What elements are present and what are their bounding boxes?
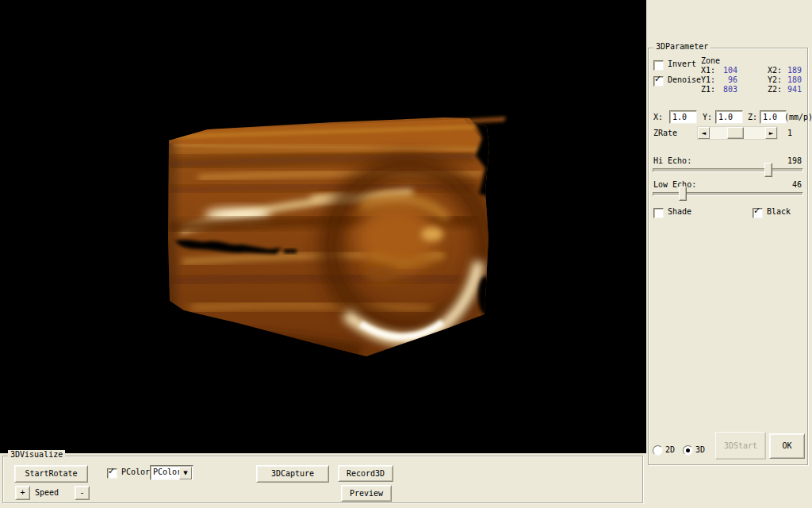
scale-z-input[interactable]: 1.0 xyxy=(760,110,787,124)
parameter-panel: 3DParameter ✓ Invert ✓ Denoise Zone X1: … xyxy=(646,0,812,508)
ok-button[interactable]: OK xyxy=(769,433,805,459)
scale-z-value: 1.0 xyxy=(763,113,777,122)
scroll-right-icon[interactable]: ► xyxy=(765,127,777,139)
record3d-button[interactable]: Record3D xyxy=(338,465,393,482)
check-icon: ✓ xyxy=(753,206,760,216)
shade-checkbox[interactable]: ✓ xyxy=(653,208,664,218)
dropdown-arrow-icon[interactable]: ▼ xyxy=(179,467,192,479)
volume-render-3d[interactable] xyxy=(0,0,646,453)
visualize-groupbox-title: 3DVisualize xyxy=(8,450,65,460)
mode-2d-radio[interactable] xyxy=(653,445,663,456)
parameter-groupbox-title: 3DParameter xyxy=(653,42,710,52)
low-echo-slider-track[interactable] xyxy=(653,192,803,196)
start3d-button[interactable]: 3DStart xyxy=(715,432,766,460)
zrate-scrollbar[interactable]: ◄ ► xyxy=(697,126,778,140)
capture3d-button[interactable]: 3DCapture xyxy=(256,465,329,483)
invert-label: Invert xyxy=(668,60,696,69)
zone-y1-value: 96 xyxy=(710,75,737,85)
scroll-left-glyph: ◄ xyxy=(702,129,706,138)
hi-echo-label: Hi Echo: xyxy=(653,156,691,166)
hi-echo-value: 198 xyxy=(775,156,802,166)
pcolor-label: PColor xyxy=(121,468,150,477)
pcolor-dropdown[interactable]: PColor ▼ xyxy=(150,465,193,480)
start-rotate-button[interactable]: StartRotate xyxy=(14,465,88,483)
scale-y-value: 1.0 xyxy=(718,113,733,122)
zrate-value: 1 xyxy=(787,129,792,138)
low-echo-label: Low Echo: xyxy=(653,180,696,190)
zrate-scrollbar-thumb[interactable] xyxy=(727,127,744,139)
low-echo-slider-thumb[interactable] xyxy=(679,187,687,201)
scroll-right-glyph: ► xyxy=(769,129,773,138)
scroll-left-icon[interactable]: ◄ xyxy=(698,127,710,139)
zone-title: Zone xyxy=(701,56,720,66)
visualize-groupbox: 3DVisualize StartRotate + Speed - ✓ PCol… xyxy=(2,456,643,503)
check-icon: ✓ xyxy=(108,467,115,476)
mode-3d-label: 3D xyxy=(695,445,705,455)
zone-y2-value: 180 xyxy=(776,75,802,85)
zone-z1-value: 803 xyxy=(710,85,737,94)
black-label: Black xyxy=(767,207,791,217)
check-icon: ✓ xyxy=(654,75,661,84)
invert-checkbox[interactable]: ✓ xyxy=(653,60,664,71)
zrate-label: ZRate xyxy=(653,129,677,138)
scale-x-value: 1.0 xyxy=(672,113,687,122)
hi-echo-slider-track[interactable] xyxy=(653,168,803,172)
pcolor-checkbox[interactable]: ✓ xyxy=(107,468,117,479)
scale-y-input[interactable]: 1.0 xyxy=(715,110,743,124)
black-checkbox[interactable]: ✓ xyxy=(753,208,763,218)
speed-minus-button[interactable]: - xyxy=(75,486,90,500)
scale-y-label: Y: xyxy=(703,113,712,122)
scale-unit-label: (mm/p) xyxy=(784,113,812,122)
parameter-groupbox: 3DParameter ✓ Invert ✓ Denoise Zone X1: … xyxy=(648,48,808,465)
scale-x-input[interactable]: 1.0 xyxy=(669,110,697,124)
scale-z-label: Z: xyxy=(748,113,757,122)
preview-button[interactable]: Preview xyxy=(341,485,392,502)
speed-plus-button[interactable]: + xyxy=(15,486,30,500)
zone-x2-value: 189 xyxy=(776,66,802,75)
zone-z2-value: 941 xyxy=(776,85,802,94)
render-viewport[interactable] xyxy=(0,0,646,453)
zone-x1-value: 104 xyxy=(710,66,737,75)
scale-x-label: X: xyxy=(653,113,663,122)
denoise-checkbox[interactable]: ✓ xyxy=(653,76,664,87)
mode-2d-label: 2D xyxy=(665,445,675,455)
visualize-panel: 3DVisualize StartRotate + Speed - ✓ PCol… xyxy=(0,453,646,508)
pcolor-dropdown-value: PColor xyxy=(153,468,182,477)
denoise-label: Denoise xyxy=(668,75,701,85)
app-window: { "colors": { "window_bg": "#ece9d8", "v… xyxy=(0,0,812,508)
mode-3d-radio[interactable] xyxy=(683,445,693,456)
hi-echo-slider-thumb[interactable] xyxy=(764,163,772,177)
shade-label: Shade xyxy=(668,207,691,217)
speed-label: Speed xyxy=(35,488,59,498)
low-echo-value: 46 xyxy=(775,180,802,190)
dropdown-arrow-glyph: ▼ xyxy=(183,468,187,478)
